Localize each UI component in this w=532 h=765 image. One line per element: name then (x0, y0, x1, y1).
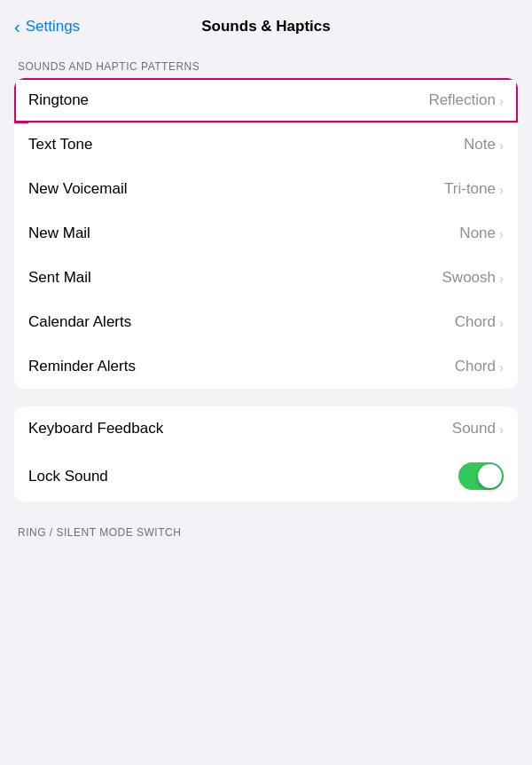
lock-sound-label: Lock Sound (28, 468, 108, 485)
reminder-alerts-chevron-icon: › (499, 359, 504, 375)
back-chevron-icon: ‹ (14, 17, 20, 37)
reminder-alerts-row[interactable]: Reminder Alerts Chord › (14, 344, 518, 389)
toggle-knob (478, 464, 502, 488)
lock-sound-row[interactable]: Lock Sound (14, 451, 518, 501)
new-voicemail-label: New Voicemail (28, 180, 128, 198)
reminder-alerts-value-group: Chord › (455, 358, 504, 375)
new-mail-label: New Mail (28, 225, 90, 242)
header: ‹ Settings Sounds & Haptics (0, 0, 532, 53)
new-voicemail-value: Tri-tone (444, 180, 496, 198)
calendar-alerts-value: Chord (455, 313, 496, 331)
new-mail-chevron-icon: › (499, 226, 504, 241)
ringtone-row[interactable]: Ringtone Reflection › (14, 78, 518, 122)
ring-silent-section-label: RING / SILENT MODE SWITCH (0, 519, 532, 544)
new-mail-value: None (459, 225, 496, 242)
ringtone-value: Reflection (428, 91, 496, 109)
keyboard-feedback-label: Keyboard Feedback (28, 420, 163, 438)
keyboard-feedback-value: Sound (452, 420, 496, 438)
keyboard-feedback-row[interactable]: Keyboard Feedback Sound › (14, 406, 518, 451)
text-tone-label: Text Tone (28, 136, 92, 154)
new-voicemail-value-group: Tri-tone › (444, 180, 504, 198)
calendar-alerts-chevron-icon: › (499, 315, 504, 330)
back-button[interactable]: ‹ Settings (14, 17, 80, 37)
keyboard-feedback-value-group: Sound › (452, 420, 504, 438)
back-label: Settings (26, 18, 80, 35)
ringtone-label: Ringtone (28, 91, 89, 109)
feedback-card: Keyboard Feedback Sound › Lock Sound (14, 406, 518, 501)
ringtone-chevron-icon: › (499, 93, 504, 108)
reminder-alerts-label: Reminder Alerts (28, 358, 136, 375)
calendar-alerts-row[interactable]: Calendar Alerts Chord › (14, 300, 518, 344)
sent-mail-row[interactable]: Sent Mail Swoosh › (14, 256, 518, 300)
text-tone-value: Note (464, 136, 496, 154)
text-tone-value-group: Note › (464, 136, 504, 154)
text-tone-row[interactable]: Text Tone Note › (14, 122, 518, 167)
sent-mail-value-group: Swoosh › (442, 269, 504, 287)
sent-mail-label: Sent Mail (28, 269, 91, 287)
sounds-haptic-section-label: SOUNDS AND HAPTIC PATTERNS (0, 53, 532, 78)
sounds-haptic-card: Ringtone Reflection › Text Tone Note › N… (14, 78, 518, 389)
lock-sound-toggle[interactable] (458, 462, 504, 490)
calendar-alerts-value-group: Chord › (455, 313, 504, 331)
text-tone-chevron-icon: › (499, 138, 504, 153)
new-voicemail-row[interactable]: New Voicemail Tri-tone › (14, 167, 518, 211)
sent-mail-chevron-icon: › (499, 271, 504, 286)
calendar-alerts-label: Calendar Alerts (28, 313, 131, 331)
sent-mail-value: Swoosh (442, 269, 496, 287)
new-mail-value-group: None › (459, 225, 504, 242)
new-voicemail-chevron-icon: › (499, 182, 504, 197)
new-mail-row[interactable]: New Mail None › (14, 211, 518, 256)
ringtone-value-group: Reflection › (428, 91, 504, 109)
lock-sound-toggle-container (458, 462, 504, 490)
page-title: Sounds & Haptics (201, 18, 330, 35)
reminder-alerts-value: Chord (455, 358, 496, 375)
keyboard-feedback-chevron-icon: › (499, 422, 504, 437)
